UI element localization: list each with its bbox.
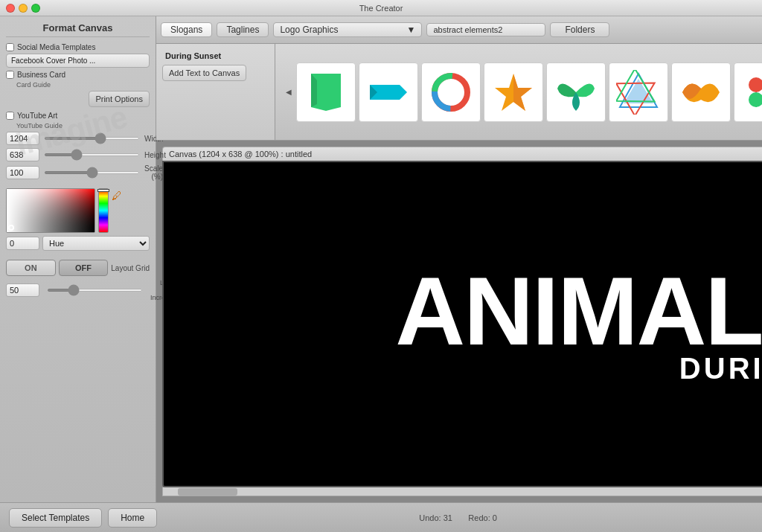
width-slider[interactable] <box>44 137 140 140</box>
abstract-value: abstract elements2 <box>433 25 502 34</box>
select-templates-button[interactable]: Select Templates <box>9 508 102 528</box>
social-media-checkbox[interactable] <box>6 43 14 51</box>
print-options-button[interactable]: Print Options <box>89 91 150 107</box>
dropper-icon[interactable]: 🖊 <box>112 190 122 202</box>
taglines-tab[interactable]: Taglines <box>217 22 269 37</box>
hue-row: Hue <box>6 236 150 251</box>
color-picker-row: 🖊 <box>6 188 150 233</box>
logo-svg-6 <box>616 70 661 115</box>
scrollbar-thumb-h[interactable] <box>178 488 237 496</box>
social-media-row: Social Media Templates <box>6 43 150 51</box>
logo-graphics-label: Logo Graphics <box>280 25 338 35</box>
svg-marker-6 <box>513 74 532 111</box>
logo-svg-8 <box>741 70 762 115</box>
height-label: Height <box>144 151 166 159</box>
canvas-content: Animal DURING SUNSET <box>164 162 762 486</box>
logo-svg-7 <box>679 70 723 115</box>
height-slider[interactable] <box>44 153 140 156</box>
logo-graphics-dropdown[interactable]: Logo Graphics ▼ <box>273 22 422 37</box>
close-button[interactable] <box>6 4 15 13</box>
panel-title: Format Canvas <box>6 22 150 37</box>
width-row: Width <box>6 132 150 145</box>
canvas-title-bar: Canvas (1204 x 638 @ 100%) : untitled <box>162 147 762 161</box>
business-card-row: Business Card <box>6 71 150 79</box>
height-input[interactable] <box>6 148 39 161</box>
color-area: 🖊 Hue <box>6 188 150 251</box>
logo-svg-5 <box>554 70 598 115</box>
top-toolbar: Slogans Taglines Logo Graphics ▼ abstrac… <box>156 16 762 44</box>
grid-on-button[interactable]: ON <box>6 260 56 276</box>
business-card-checkbox[interactable] <box>6 71 14 79</box>
grid-increment-slider[interactable] <box>47 289 143 292</box>
grid-increment-row: Layout Grid Increment <box>6 279 150 301</box>
logo-svg-3 <box>429 70 473 115</box>
abstract-field[interactable]: abstract elements2 <box>426 23 545 36</box>
graphic-item-4[interactable] <box>484 63 543 122</box>
youtube-art-label: YouTube Art <box>17 112 57 120</box>
graphic-item-7[interactable] <box>671 63 731 122</box>
width-input[interactable] <box>6 132 39 145</box>
minimize-button[interactable] <box>19 4 28 13</box>
card-guide-label: Card Guide <box>16 81 150 89</box>
grid-increment-input[interactable] <box>6 283 39 297</box>
grid-off-button[interactable]: OFF <box>59 260 109 276</box>
slogan-item-1[interactable]: During Sunset <box>162 50 269 62</box>
graphics-strip: ◀ <box>275 44 762 141</box>
grid-on-off-row: ON OFF Layout Grid <box>6 260 150 276</box>
scale-row: Scale (%) <box>6 164 150 181</box>
folders-label: Folders <box>565 25 595 35</box>
youtube-art-row: YouTube Art <box>6 112 150 120</box>
maximize-button[interactable] <box>31 4 40 13</box>
right-content: Slogans Taglines Logo Graphics ▼ abstrac… <box>156 16 762 502</box>
youtube-art-checkbox[interactable] <box>6 112 14 120</box>
graphics-scroll-area <box>296 47 762 137</box>
window-controls[interactable] <box>6 4 40 13</box>
graphic-item-3[interactable] <box>421 63 481 122</box>
folders-button[interactable]: Folders <box>550 22 609 37</box>
graphic-item-5[interactable] <box>546 63 606 122</box>
logo-svg-1 <box>304 70 348 115</box>
scroll-left-arrow[interactable]: ◀ <box>281 47 296 137</box>
slogans-tab[interactable]: Slogans <box>161 22 212 37</box>
slogans-panel: During Sunset Add Text to Canvas <box>156 44 275 141</box>
height-row: Height <box>6 148 150 161</box>
scale-input[interactable] <box>6 166 39 179</box>
undo-status: Undo: 31 <box>419 513 452 522</box>
scale-slider[interactable] <box>44 171 140 174</box>
color-gradient[interactable] <box>6 188 95 233</box>
main-layout: Format Canvas Social Media Templates Fac… <box>0 16 762 502</box>
canvas-sub-text: DURING SUNSET <box>679 352 762 385</box>
svg-point-13 <box>749 92 762 107</box>
svg-point-11 <box>749 77 762 92</box>
graphics-section: During Sunset Add Text to Canvas ◀ <box>156 44 762 141</box>
graphic-item-6[interactable] <box>609 63 668 122</box>
canvas-main-text: Animal <box>395 263 762 359</box>
facebook-cover-dropdown[interactable]: Facebook Cover Photo ... <box>6 54 150 68</box>
logo-svg-4 <box>491 70 536 115</box>
scale-label: Scale (%) <box>144 164 163 181</box>
bottom-status: Undo: 31 Redo: 0 <box>163 513 753 522</box>
left-panel: Format Canvas Social Media Templates Fac… <box>0 16 156 502</box>
bottom-bar: Select Templates Home Undo: 31 Redo: 0 <box>0 502 762 532</box>
canvas-wrapper[interactable]: Animal DURING SUNSET <box>162 161 762 487</box>
graphic-item-2[interactable] <box>359 63 418 122</box>
graphic-item-1[interactable] <box>296 63 356 122</box>
hue-dropdown[interactable]: Hue <box>42 236 150 251</box>
youtube-guide-label: YouTube Guide <box>16 122 150 129</box>
social-media-label: Social Media Templates <box>17 43 95 51</box>
title-bar: The Creator <box>0 0 762 16</box>
canvas-title: Canvas (1204 x 638 @ 100%) : untitled <box>169 150 312 158</box>
business-card-label: Business Card <box>17 71 65 79</box>
canvas-area: Canvas (1204 x 638 @ 100%) : untitled An… <box>156 141 762 502</box>
graphic-item-8[interactable] <box>734 63 762 122</box>
add-text-button[interactable]: Add Text to Canvas <box>162 65 246 81</box>
color-spectrum[interactable] <box>98 188 109 233</box>
dropdown-arrow-icon: ▼ <box>407 25 416 35</box>
hue-input[interactable] <box>6 237 39 250</box>
grid-controls: ON OFF Layout Grid Layout Grid Increment <box>6 255 150 301</box>
home-button[interactable]: Home <box>108 508 157 528</box>
redo-status: Redo: 0 <box>468 513 497 522</box>
scrollbar-horizontal[interactable] <box>162 487 762 496</box>
app-title: The Creator <box>359 4 403 13</box>
spectrum-handle[interactable] <box>97 189 109 192</box>
